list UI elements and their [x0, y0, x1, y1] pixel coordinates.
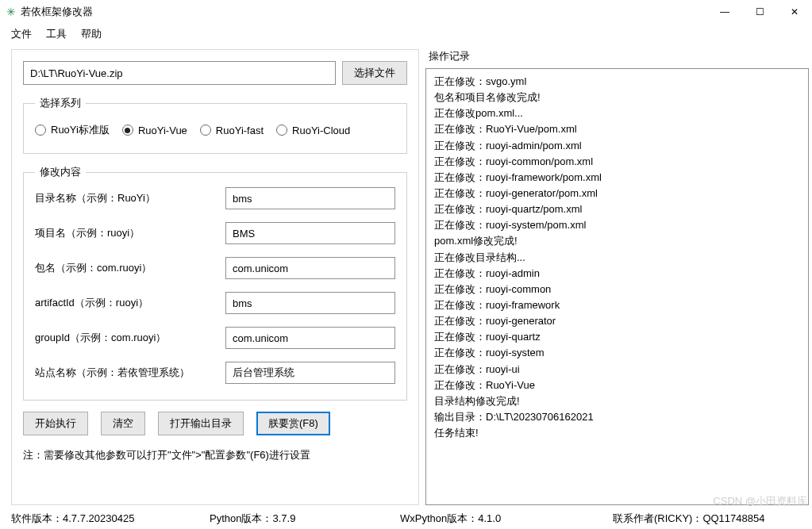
input-projname[interactable]: [225, 222, 395, 244]
radio-ruoyi-vue[interactable]: RuoYi-Vue: [122, 123, 187, 137]
content: 选择文件 选择系列 RuoYi标准版 RuoYi-Vue RuoYi-fast: [0, 48, 812, 505]
row-sitename: 站点名称（示例：若依管理系统）: [35, 362, 395, 384]
input-sitename[interactable]: [225, 362, 395, 384]
radio-icon: [35, 125, 46, 136]
label-artifactid: artifactId（示例：ruoyi）: [35, 296, 225, 310]
left-panel: 选择文件 选择系列 RuoYi标准版 RuoYi-Vue RuoYi-fast: [11, 49, 419, 505]
radio-ruoyi-fast[interactable]: RuoYi-fast: [200, 123, 264, 137]
status-pyversion: Python版本：3.7.9: [210, 512, 400, 526]
row-artifactid: artifactId（示例：ruoyi）: [35, 292, 395, 314]
close-button[interactable]: ✕: [777, 0, 812, 24]
choose-file-button[interactable]: 选择文件: [342, 61, 407, 85]
menu-tools[interactable]: 工具: [46, 27, 67, 41]
maximize-button[interactable]: ☐: [742, 0, 777, 24]
clear-button[interactable]: 清空: [101, 412, 145, 435]
radio-icon: [200, 125, 211, 136]
app-icon: ✳: [6, 6, 16, 18]
menu-file[interactable]: 文件: [11, 27, 32, 41]
donate-button[interactable]: 朕要赏(F8): [256, 412, 330, 435]
menubar: 文件 工具 帮助: [0, 24, 812, 48]
radio-icon: [276, 125, 287, 136]
series-fieldset: 选择系列 RuoYi标准版 RuoYi-Vue RuoYi-fast RuoYi…: [23, 96, 407, 154]
radio-ruoyi-standard[interactable]: RuoYi标准版: [35, 123, 110, 137]
menu-help[interactable]: 帮助: [81, 27, 102, 41]
status-softversion: 软件版本：4.7.7.20230425: [11, 512, 210, 526]
label-sitename: 站点名称（示例：若依管理系统）: [35, 366, 225, 380]
row-pkgname: 包名（示例：com.ruoyi）: [35, 257, 395, 279]
modify-legend: 修改内容: [35, 165, 86, 179]
minimize-button[interactable]: —: [707, 0, 742, 24]
status-wxversion: WxPython版本：4.1.0: [400, 512, 613, 526]
openout-button[interactable]: 打开输出目录: [158, 412, 244, 435]
right-panel: 操作记录 正在修改：svgo.yml 包名和项目名修改完成! 正在修改pom.x…: [425, 49, 809, 505]
input-groupid[interactable]: [225, 327, 395, 349]
input-dirname[interactable]: [225, 187, 395, 209]
label-groupid: groupId（示例：com.ruoyi）: [35, 331, 225, 345]
row-projname: 项目名（示例：ruoyi）: [35, 222, 395, 244]
row-groupid: groupId（示例：com.ruoyi）: [35, 327, 395, 349]
log-title: 操作记录: [429, 49, 809, 63]
note-text: 注：需要修改其他参数可以打开"文件">"配置参数"(F6)进行设置: [23, 448, 407, 462]
radio-label: RuoYi-fast: [216, 125, 264, 136]
label-projname: 项目名（示例：ruoyi）: [35, 226, 225, 240]
radio-label: RuoYi-Vue: [138, 125, 187, 136]
start-button[interactable]: 开始执行: [23, 412, 88, 435]
row-dirname: 目录名称（示例：RuoYi）: [35, 187, 395, 209]
titlebar: ✳ 若依框架修改器 — ☐ ✕: [0, 0, 812, 24]
app-title: 若依框架修改器: [21, 5, 93, 19]
log-output[interactable]: 正在修改：svgo.yml 包名和项目名修改完成! 正在修改pom.xml...…: [425, 68, 809, 505]
radio-label: RuoYi-Cloud: [292, 125, 350, 136]
statusbar: 软件版本：4.7.7.20230425 Python版本：3.7.9 WxPyt…: [0, 508, 812, 529]
window-controls: — ☐ ✕: [707, 0, 812, 24]
label-pkgname: 包名（示例：com.ruoyi）: [35, 261, 225, 275]
filepath-input[interactable]: [23, 61, 336, 85]
modify-fieldset: 修改内容 目录名称（示例：RuoYi） 项目名（示例：ruoyi） 包名（示例：…: [23, 165, 407, 401]
radio-icon: [122, 125, 133, 136]
series-legend: 选择系列: [35, 96, 86, 110]
file-row: 选择文件: [23, 61, 407, 85]
series-radio-row: RuoYi标准版 RuoYi-Vue RuoYi-fast RuoYi-Clou…: [35, 118, 395, 142]
input-pkgname[interactable]: [225, 257, 395, 279]
status-contact: 联系作者(RICKY)：QQ11748854: [613, 512, 764, 526]
label-dirname: 目录名称（示例：RuoYi）: [35, 191, 225, 205]
radio-label: RuoYi标准版: [51, 123, 110, 137]
input-artifactid[interactable]: [225, 292, 395, 314]
titlebar-left: ✳ 若依框架修改器: [6, 5, 93, 19]
action-row: 开始执行 清空 打开输出目录 朕要赏(F8): [23, 412, 407, 435]
radio-ruoyi-cloud[interactable]: RuoYi-Cloud: [276, 123, 350, 137]
